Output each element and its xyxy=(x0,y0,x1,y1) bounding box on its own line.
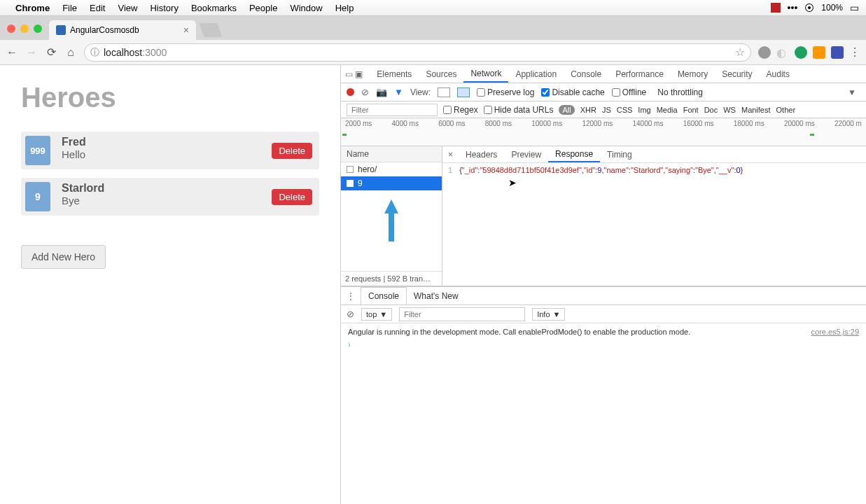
bookmark-star-icon[interactable]: ☆ xyxy=(735,46,745,59)
browser-tab[interactable]: AngularCosmosdb × xyxy=(49,20,196,40)
delete-button[interactable]: Delete xyxy=(272,143,312,159)
tab-network[interactable]: Network xyxy=(463,65,508,83)
menu-bookmarks[interactable]: Bookmarks xyxy=(191,3,237,13)
view-small-icon[interactable] xyxy=(457,88,470,97)
clear-button[interactable]: ⊘ xyxy=(361,87,369,97)
home-button[interactable]: ⌂ xyxy=(64,46,77,59)
filter-type-xhr[interactable]: XHR xyxy=(580,106,596,114)
chrome-menu-icon[interactable]: ⋮ xyxy=(849,46,860,59)
request-detail-pane: × Headers Preview Response Timing 1 {"_i… xyxy=(442,146,866,286)
menu-help[interactable]: Help xyxy=(335,3,354,13)
new-tab-button[interactable] xyxy=(199,23,222,37)
hero-id-badge: 999 xyxy=(25,136,50,165)
address-bar[interactable]: ⓘ localhost:3000 ☆ xyxy=(84,43,751,62)
filter-type-doc[interactable]: Doc xyxy=(704,106,718,114)
detail-tab-response[interactable]: Response xyxy=(548,146,600,162)
extension-icon[interactable] xyxy=(831,46,844,59)
filter-type-css[interactable]: CSS xyxy=(617,106,633,114)
console-prompt[interactable]: › xyxy=(348,340,859,349)
menu-people[interactable]: People xyxy=(249,3,277,13)
site-info-icon[interactable]: ⓘ xyxy=(90,46,99,59)
context-select[interactable]: top ▼ xyxy=(361,308,392,321)
filter-type-manifest[interactable]: Manifest xyxy=(741,106,771,114)
filter-type-img[interactable]: Img xyxy=(638,106,650,114)
menu-extras-icon[interactable]: ••• xyxy=(788,2,798,13)
hero-name: Starlord xyxy=(62,182,265,195)
console-source-link[interactable]: core.es5.js:29 xyxy=(811,328,859,336)
network-timeline[interactable]: 2000 ms 4000 ms 6000 ms 8000 ms 10000 ms… xyxy=(341,118,866,146)
extension-icon[interactable]: ◐ xyxy=(776,46,789,59)
request-row[interactable]: hero/ xyxy=(341,162,442,176)
drawer-menu-icon[interactable]: ⋮ xyxy=(347,291,355,301)
tab-elements[interactable]: Elements xyxy=(370,65,419,83)
tab-memory[interactable]: Memory xyxy=(671,65,715,83)
offline-checkbox[interactable]: Offline xyxy=(612,88,646,97)
window-close-button[interactable] xyxy=(7,24,15,33)
filter-toggle-icon[interactable]: ▼ xyxy=(394,87,403,97)
window-minimize-button[interactable] xyxy=(20,24,29,33)
menu-view[interactable]: View xyxy=(118,3,137,13)
app-page: Heroes 999 Fred Hello Delete 9 Starlord … xyxy=(0,65,340,504)
filter-type-media[interactable]: Media xyxy=(657,106,678,114)
close-detail-button[interactable]: × xyxy=(442,150,459,160)
request-type-icon xyxy=(347,180,354,187)
log-level-select[interactable]: Info ▼ xyxy=(532,308,565,321)
tab-application[interactable]: Application xyxy=(508,65,564,83)
url-text: localhost:3000 xyxy=(104,47,167,58)
detail-tab-preview[interactable]: Preview xyxy=(504,146,548,162)
reload-button[interactable]: ⟳ xyxy=(45,46,57,59)
filter-input[interactable] xyxy=(347,104,438,116)
back-button[interactable]: ← xyxy=(6,46,18,59)
delete-button[interactable]: Delete xyxy=(272,189,312,205)
filter-type-ws[interactable]: WS xyxy=(723,106,736,114)
extension-icon[interactable] xyxy=(795,46,807,59)
preserve-log-checkbox[interactable]: Preserve log xyxy=(477,88,534,97)
console-filter-input[interactable] xyxy=(399,307,525,321)
forward-button[interactable]: → xyxy=(25,46,38,59)
hero-card[interactable]: 9 Starlord Bye Delete xyxy=(21,178,319,216)
filter-type-all[interactable]: All xyxy=(559,105,574,115)
drawer-tab-console[interactable]: Console xyxy=(361,287,407,304)
filter-type-other[interactable]: Other xyxy=(776,106,796,114)
status-app-icon[interactable] xyxy=(771,3,781,13)
extensions-area: ◐ ⋮ xyxy=(758,46,860,59)
capture-screenshots-icon[interactable]: 📷 xyxy=(376,87,387,97)
record-button[interactable] xyxy=(347,88,354,96)
detail-tab-timing[interactable]: Timing xyxy=(600,146,639,162)
view-large-icon[interactable] xyxy=(438,88,450,97)
filter-type-js[interactable]: JS xyxy=(602,106,611,114)
window-maximize-button[interactable] xyxy=(34,24,42,33)
menu-window[interactable]: Window xyxy=(290,3,322,13)
clear-console-button[interactable]: ⊘ xyxy=(347,309,354,319)
add-new-hero-button[interactable]: Add New Hero xyxy=(21,245,106,269)
regex-checkbox[interactable]: Regex xyxy=(443,105,478,115)
menu-edit[interactable]: Edit xyxy=(90,3,105,13)
tab-sources[interactable]: Sources xyxy=(419,65,463,83)
tab-close-button[interactable]: × xyxy=(183,24,189,36)
battery-icon[interactable]: ▭ xyxy=(850,2,859,13)
inspect-element-icon[interactable]: ▭ ▣ xyxy=(345,69,363,79)
disable-cache-checkbox[interactable]: Disable cache xyxy=(541,88,604,97)
network-toolbar: ⊘ 📷 ▼ View: Preserve log Disable cache O… xyxy=(341,83,866,102)
menu-history[interactable]: History xyxy=(150,3,178,13)
throttling-select[interactable]: No throttling xyxy=(657,88,703,97)
tab-console[interactable]: Console xyxy=(564,65,608,83)
tab-performance[interactable]: Performance xyxy=(608,65,671,83)
hero-card[interactable]: 999 Fred Hello Delete xyxy=(21,132,319,169)
response-body[interactable]: 1 {"_id":"59848d8d711bf50f41e3d9ef","id"… xyxy=(442,163,866,177)
drawer-tab-whatsnew[interactable]: What's New xyxy=(407,287,466,304)
hero-saying: Hello xyxy=(62,148,265,160)
tab-audits[interactable]: Audits xyxy=(760,65,797,83)
view-label: View: xyxy=(410,88,431,97)
wifi-icon[interactable]: ⦿ xyxy=(804,2,814,13)
extension-icon[interactable] xyxy=(758,46,771,59)
hide-data-urls-checkbox[interactable]: Hide data URLs xyxy=(484,105,554,115)
detail-tab-headers[interactable]: Headers xyxy=(459,146,504,162)
menu-file[interactable]: File xyxy=(62,3,77,13)
throttling-dropdown-icon[interactable]: ▼ xyxy=(848,88,856,97)
menu-app[interactable]: Chrome xyxy=(15,3,50,13)
tab-security[interactable]: Security xyxy=(715,65,759,83)
extension-icon[interactable] xyxy=(813,46,825,59)
filter-type-font[interactable]: Font xyxy=(683,106,699,114)
request-row[interactable]: 9 xyxy=(341,176,442,190)
